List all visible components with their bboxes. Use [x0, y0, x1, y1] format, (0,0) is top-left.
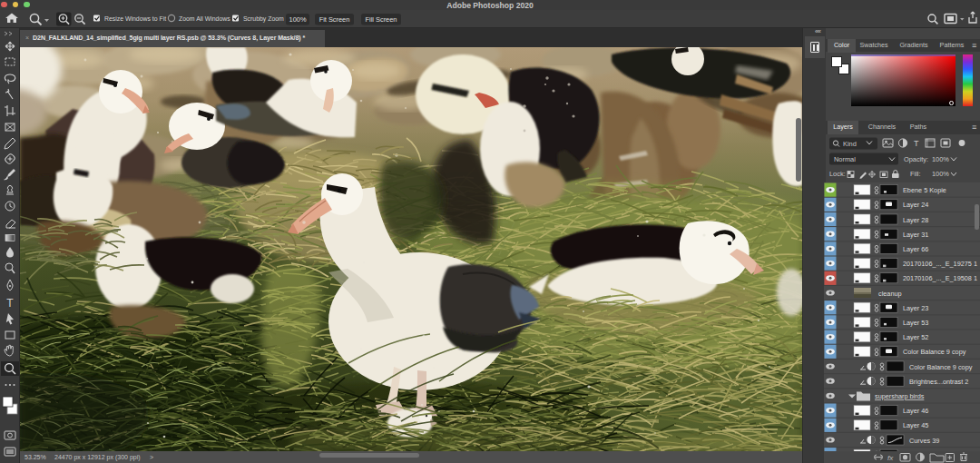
svg-text:Fit Screen: Fit Screen: [319, 15, 350, 24]
svg-text:Color Balance 9 copy: Color Balance 9 copy: [909, 363, 973, 371]
svg-text:Layer 53: Layer 53: [903, 319, 928, 327]
svg-text:Scrubby Zoom: Scrubby Zoom: [243, 15, 284, 23]
svg-text:Layer 52: Layer 52: [903, 333, 928, 341]
svg-text:20170106_..._E_19275 1: 20170106_..._E_19275 1: [903, 260, 977, 268]
svg-text:Fill:: Fill:: [910, 170, 921, 178]
svg-text:Resize Windows to Fit: Resize Windows to Fit: [104, 15, 166, 22]
svg-text:Zoom All Windows: Zoom All Windows: [179, 15, 230, 22]
svg-text:Lock:: Lock:: [829, 170, 846, 178]
svg-text:Fill Screen: Fill Screen: [366, 15, 397, 24]
svg-text:cleanup: cleanup: [878, 290, 902, 298]
svg-text:Layer 28: Layer 28: [903, 216, 928, 224]
svg-text:100%: 100%: [932, 155, 949, 163]
svg-text:Layer 45: Layer 45: [903, 421, 928, 429]
svg-text:20170106_..._E_19508 1: 20170106_..._E_19508 1: [903, 274, 977, 282]
svg-text:100%: 100%: [289, 15, 307, 24]
svg-text:Brightnes...ontrast 2: Brightnes...ontrast 2: [909, 378, 968, 386]
svg-text:Ebene 5 Kopie: Ebene 5 Kopie: [903, 186, 946, 194]
svg-text:100%: 100%: [932, 170, 949, 178]
svg-text:Curves 39: Curves 39: [909, 437, 939, 445]
svg-text:Layer 24: Layer 24: [903, 201, 928, 209]
svg-text:T: T: [6, 297, 14, 310]
svg-text:Normal: Normal: [834, 155, 856, 163]
svg-text:supersharp birds: supersharp birds: [875, 392, 925, 400]
svg-text:Layer 23: Layer 23: [903, 304, 928, 312]
svg-text:Opacity:: Opacity:: [904, 155, 928, 163]
svg-text:Layer 66: Layer 66: [903, 245, 928, 253]
svg-text:fx: fx: [887, 454, 894, 462]
svg-text:Layer 46: Layer 46: [903, 407, 928, 415]
svg-text:Kind: Kind: [843, 140, 857, 148]
svg-text:T: T: [914, 139, 919, 148]
svg-text:Color Balance 9 copy: Color Balance 9 copy: [903, 348, 966, 356]
svg-text:Layer 31: Layer 31: [903, 231, 928, 239]
